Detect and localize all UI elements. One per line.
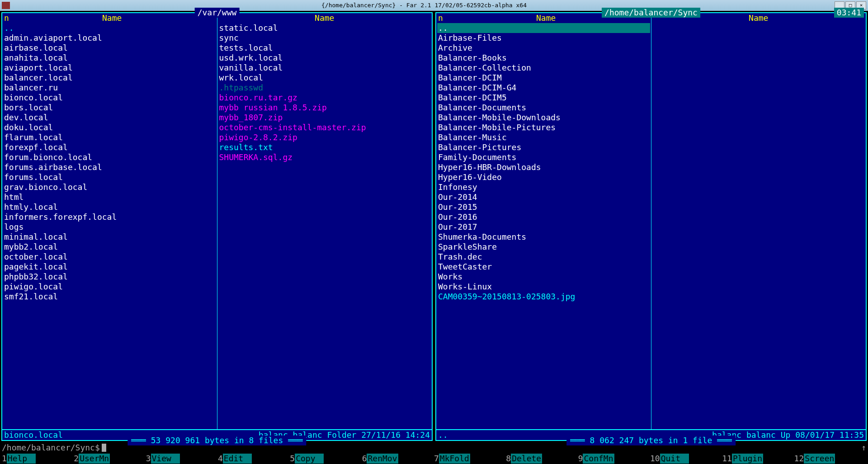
keybar-item-delete[interactable]: 8Delete	[506, 454, 578, 464]
keybar-item-plugin[interactable]: 11Plugin	[722, 454, 794, 464]
file-item[interactable]: Infonesy	[437, 182, 650, 192]
file-item[interactable]: html	[3, 192, 216, 202]
file-item[interactable]: Balancer-Mobile-Downloads	[437, 113, 650, 123]
keybar-item-usermn[interactable]: 2UserMn	[74, 454, 146, 464]
file-item[interactable]: airbase.local	[3, 43, 216, 53]
file-item[interactable]: TweetCaster	[437, 262, 650, 272]
file-item[interactable]: smf21.local	[3, 292, 216, 302]
file-item[interactable]: Works	[437, 272, 650, 282]
file-item[interactable]: dev.local	[3, 113, 216, 123]
file-item[interactable]: anahita.local	[3, 53, 216, 63]
file-item[interactable]: Works-Linux	[437, 282, 650, 292]
key-label: View	[151, 454, 180, 464]
keybar-item-mkfold[interactable]: 7MkFold	[434, 454, 506, 464]
right-col1: n Name ..Airbase-FilesArchiveBalancer-Bo…	[436, 13, 651, 429]
file-item[interactable]: Balancer-DCIM-G4	[437, 83, 650, 93]
file-item[interactable]: Family-Documents	[437, 152, 650, 162]
file-item[interactable]: october.local	[3, 252, 216, 262]
file-item[interactable]: piwigo.local	[3, 282, 216, 292]
file-item[interactable]: bionco.ru.tar.gz	[218, 93, 431, 103]
key-num: 12	[794, 454, 804, 464]
file-item[interactable]: forexpf.local	[3, 142, 216, 152]
window-title: {/home/balancer/Sync} - Far 2.1 17/02/05…	[14, 0, 835, 10]
file-item[interactable]: pagekit.local	[3, 262, 216, 272]
file-item[interactable]: sync	[218, 33, 431, 43]
file-item[interactable]: Balancer-Books	[437, 53, 650, 63]
file-item[interactable]: Balancer-Music	[437, 133, 650, 142]
file-item[interactable]: Our-2015	[437, 202, 650, 212]
file-item[interactable]: flarum.local	[3, 133, 216, 142]
file-item[interactable]: doku.local	[3, 123, 216, 133]
file-item[interactable]: mybb_1807.zip	[218, 113, 431, 123]
file-item[interactable]: Shumerka-Documents	[437, 232, 650, 242]
keybar-item-help[interactable]: 1Help	[2, 454, 74, 464]
file-item[interactable]: Hyper16-Video	[437, 172, 650, 182]
left-panel-path[interactable]: /var/www	[195, 8, 240, 18]
file-item[interactable]: forums.local	[3, 172, 216, 182]
file-item[interactable]: Balancer-DCIM	[437, 73, 650, 83]
scroll-up-icon: ↑	[861, 443, 866, 453]
file-item[interactable]: Our-2014	[437, 192, 650, 202]
file-item[interactable]: mybb2.local	[3, 242, 216, 252]
key-num: 2	[74, 454, 79, 464]
file-item[interactable]: results.txt	[218, 142, 431, 152]
key-label: RenMov	[367, 454, 398, 464]
file-item[interactable]: balancer.local	[3, 73, 216, 83]
right-panel-path[interactable]: /home/balancer/Sync	[602, 8, 700, 18]
file-item[interactable]: aviaport.local	[3, 63, 216, 73]
file-item[interactable]: Balancer-Collection	[437, 63, 650, 73]
file-item[interactable]: forums.airbase.local	[3, 162, 216, 172]
key-label: Delete	[511, 454, 542, 464]
file-item[interactable]: tests.local	[218, 43, 431, 53]
key-num: 8	[506, 454, 511, 464]
file-item[interactable]: Balancer-Pictures	[437, 142, 650, 152]
keybar-item-screen[interactable]: 12Screen	[794, 454, 866, 464]
file-item[interactable]: grav.bionco.local	[3, 182, 216, 192]
file-item[interactable]: Our-2017	[437, 222, 650, 232]
file-item[interactable]: Balancer-DCIM5	[437, 93, 650, 103]
file-item[interactable]: mybb russian 1.8.5.zip	[218, 103, 431, 113]
file-item[interactable]: Trash.dec	[437, 252, 650, 262]
file-item[interactable]: forum.bionco.local	[3, 152, 216, 162]
key-num: 5	[290, 454, 295, 464]
file-item[interactable]: bors.local	[3, 103, 216, 113]
file-item[interactable]: logs	[3, 222, 216, 232]
file-item[interactable]: balancer.ru	[3, 83, 216, 93]
key-label: MkFold	[439, 454, 470, 464]
file-item[interactable]: Our-2016	[437, 212, 650, 222]
file-item[interactable]: SparkleShare	[437, 242, 650, 252]
file-item[interactable]: static.local	[218, 23, 431, 33]
keybar-item-quit[interactable]: 10Quit	[650, 454, 722, 464]
file-item[interactable]: bionco.local	[3, 93, 216, 103]
file-item[interactable]: admin.aviaport.local	[3, 33, 216, 43]
file-item[interactable]: vanilla.local	[218, 63, 431, 73]
key-num: 11	[722, 454, 732, 464]
file-item[interactable]: .htpasswd	[218, 83, 431, 93]
keybar-item-view[interactable]: 3View	[146, 454, 218, 464]
file-item[interactable]: wrk.local	[218, 73, 431, 83]
keybar-item-edit[interactable]: 4Edit	[218, 454, 290, 464]
keybar-item-confmn[interactable]: 9ConfMn	[578, 454, 650, 464]
file-item[interactable]: minimal.local	[3, 232, 216, 242]
key-label: Copy	[295, 454, 324, 464]
file-item[interactable]: ..	[437, 23, 650, 33]
file-item[interactable]: Archive	[437, 43, 650, 53]
file-item[interactable]: Airbase-Files	[437, 33, 650, 43]
file-item[interactable]: phpbb32.local	[3, 272, 216, 282]
keybar-item-copy[interactable]: 5Copy	[290, 454, 362, 464]
file-item[interactable]: Balancer-Documents	[437, 103, 650, 113]
file-item[interactable]: ..	[3, 23, 216, 33]
file-item[interactable]: october-cms-install-master.zip	[218, 123, 431, 133]
right-stats: ═══ 8 062 247 bytes in 1 file ═══	[566, 436, 736, 445]
file-item[interactable]: CAM00359~20150813-025803.jpg	[437, 292, 650, 302]
file-item[interactable]: usd.wrk.local	[218, 53, 431, 63]
file-item[interactable]: Hyper16-HBR-Downloads	[437, 162, 650, 172]
file-item[interactable]: SHUMERKA.sql.gz	[218, 152, 431, 162]
file-item[interactable]: htmly.local	[3, 202, 216, 212]
file-item[interactable]: informers.forexpf.local	[3, 212, 216, 222]
window-titlebar: {/home/balancer/Sync} - Far 2.1 17/02/05…	[0, 0, 868, 11]
file-item[interactable]: Balancer-Mobile-Pictures	[437, 123, 650, 133]
prompt: /home/balancer/Sync$	[2, 443, 100, 453]
keybar-item-renmov[interactable]: 6RenMov	[362, 454, 434, 464]
file-item[interactable]: piwigo-2.8.2.zip	[218, 133, 431, 142]
